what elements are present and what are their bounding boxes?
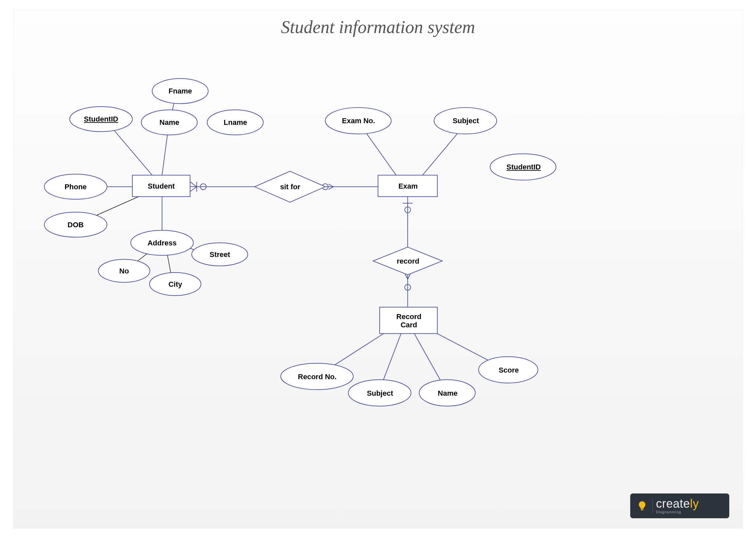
diagram-canvas: Student information system	[13, 10, 743, 528]
attr-street	[192, 243, 248, 266]
rel-record	[373, 247, 442, 275]
attr-address	[131, 230, 193, 255]
attr-phone	[44, 174, 107, 199]
attr-score	[479, 357, 538, 383]
attr-name	[141, 110, 197, 135]
logo-brand: creately	[656, 498, 699, 510]
attr-examno	[325, 108, 391, 134]
lightbulb-icon	[635, 499, 649, 513]
attr-city	[150, 272, 201, 296]
attr-lname	[207, 110, 263, 135]
attr-studentid	[70, 107, 132, 132]
attr-name-rc	[419, 380, 475, 406]
attr-dob	[44, 212, 107, 237]
logo-divider	[652, 498, 653, 513]
er-diagram-svg	[14, 10, 742, 528]
attr-subject-exam	[434, 108, 497, 134]
attr-recordno	[281, 363, 353, 390]
svg-rect-0	[641, 509, 644, 510]
attr-studentid-exam	[490, 153, 556, 180]
entity-exam	[378, 175, 437, 196]
rel-sitfor	[255, 171, 325, 202]
attr-fname	[152, 79, 208, 104]
logo-brand-suf: ly	[690, 497, 699, 510]
entity-recordcard	[380, 307, 437, 334]
attr-no	[98, 259, 150, 283]
logo-text: creately Diagramming	[656, 498, 699, 514]
logo-subtitle: Diagramming	[656, 510, 699, 514]
creately-logo: creately Diagramming	[630, 494, 729, 518]
entity-student	[132, 175, 190, 196]
logo-brand-pre: create	[656, 497, 690, 510]
attr-subject-rc	[348, 380, 411, 406]
